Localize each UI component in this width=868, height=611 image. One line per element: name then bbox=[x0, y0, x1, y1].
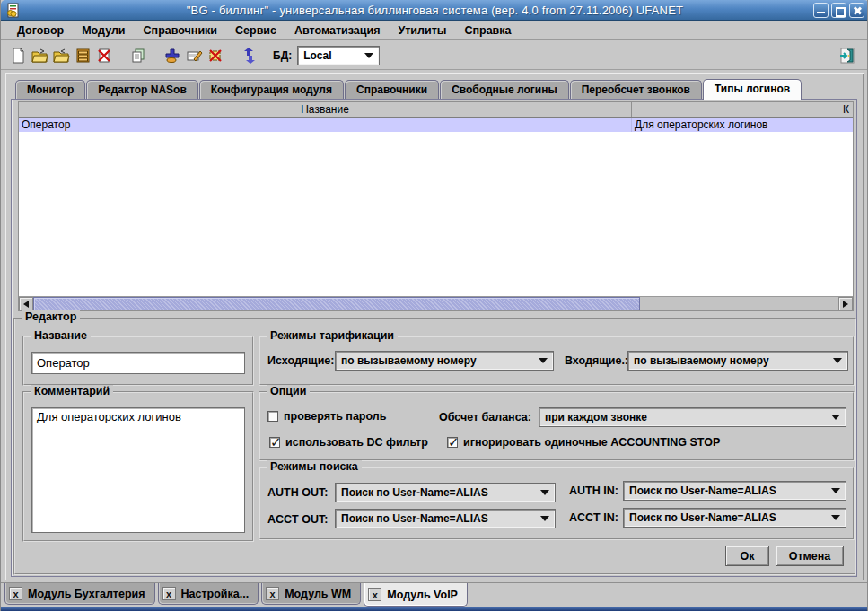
menu-utility[interactable]: Утилиты bbox=[389, 22, 455, 39]
tab-module-config[interactable]: Конфигурация модуля bbox=[199, 80, 344, 100]
table-row[interactable]: Оператор Для операторских логинов bbox=[19, 118, 853, 132]
scroll-right-button[interactable] bbox=[838, 297, 853, 310]
checkbox-icon[interactable] bbox=[267, 411, 278, 422]
ignore-accounting-stop-option[interactable]: игнорировать одиночные ACCOUNTING STOP bbox=[447, 436, 720, 449]
dc-filter-option[interactable]: использовать DC фильтр bbox=[269, 436, 428, 449]
name-input[interactable] bbox=[31, 352, 245, 374]
module-tab-accounting[interactable]: x Модуль Бухгалтерия bbox=[4, 583, 155, 605]
auth-in-select[interactable]: Поиск по User-Name=ALIAS bbox=[623, 481, 846, 501]
checkbox-icon[interactable] bbox=[269, 437, 280, 448]
module-tab-wm[interactable]: x Модуль WM bbox=[261, 583, 361, 605]
maximize-button[interactable] bbox=[831, 3, 846, 18]
exit-door-icon[interactable] bbox=[837, 45, 858, 66]
menu-avtomatizaciya[interactable]: Автоматизация bbox=[285, 22, 389, 39]
balance-label: Обсчет баланса: bbox=[439, 411, 531, 423]
acct-out-select[interactable]: Поиск по User-Name=ALIAS bbox=[335, 509, 556, 528]
window-title: "BG - биллинг" - универсальная биллингов… bbox=[1, 4, 868, 17]
auth-out-label: AUTH OUT: bbox=[267, 486, 328, 499]
chevron-down-icon bbox=[539, 358, 548, 363]
module-tab-voip[interactable]: x Модуль VoIP bbox=[364, 583, 468, 607]
comment-textarea[interactable]: Для операторских логинов bbox=[31, 407, 245, 533]
search-modes-group: Режимы поиска AUTH OUT: Поиск по User-Na… bbox=[259, 467, 855, 540]
open-folder-icon[interactable] bbox=[29, 45, 50, 66]
auth-in-label: AUTH IN: bbox=[569, 484, 618, 497]
balance-select[interactable]: при каждом звонке bbox=[539, 407, 846, 427]
ok-button[interactable]: Ок bbox=[725, 546, 769, 566]
name-group: Название bbox=[22, 336, 254, 386]
column-header-comment[interactable]: К bbox=[632, 102, 853, 117]
column-header-name[interactable]: Название bbox=[19, 102, 632, 117]
edit-record-icon[interactable] bbox=[183, 45, 205, 66]
toolbar: БД: Local bbox=[1, 41, 868, 70]
refresh-icon[interactable] bbox=[239, 45, 260, 66]
outgoing-select[interactable]: по вызываемому номеру bbox=[335, 351, 554, 371]
acct-in-label: ACCT IN: bbox=[569, 511, 618, 524]
chevron-down-icon bbox=[831, 488, 840, 493]
db-label: БД: bbox=[273, 49, 292, 62]
menu-bar: Договор Модули Справочники Сервис Автома… bbox=[1, 22, 868, 40]
minimize-button[interactable] bbox=[813, 3, 829, 18]
incoming-select[interactable]: по вызываемому номеру bbox=[627, 351, 848, 371]
scrollbar-thumb[interactable] bbox=[33, 297, 640, 310]
close-button[interactable] bbox=[849, 3, 864, 18]
options-group: Опции проверять пароль Обсчет баланса: п… bbox=[259, 391, 855, 461]
menu-spravka[interactable]: Справка bbox=[455, 22, 520, 39]
menu-dogovor[interactable]: Договор bbox=[8, 22, 73, 39]
check-password-option[interactable]: проверять пароль bbox=[267, 410, 386, 423]
delete-document-icon[interactable] bbox=[93, 45, 115, 66]
chevron-down-icon bbox=[833, 358, 842, 363]
window-frame-bottom bbox=[1, 607, 868, 611]
chevron-down-icon bbox=[831, 515, 840, 520]
scrollbar-track[interactable] bbox=[640, 297, 838, 310]
delete-record-icon[interactable] bbox=[205, 45, 226, 66]
menu-spravochniki[interactable]: Справочники bbox=[135, 22, 226, 39]
horizontal-scrollbar[interactable] bbox=[19, 296, 853, 310]
module-tab-bar: x Модуль Бухгалтерия x Настройка... x Мо… bbox=[1, 582, 868, 607]
module-voip-panel: Монитор Редактор NASов Конфигурация моду… bbox=[5, 73, 864, 580]
login-types-table: Название К Оператор Для операторских лог… bbox=[18, 101, 854, 311]
module-tabs: Монитор Редактор NASов Конфигурация моду… bbox=[15, 79, 802, 100]
close-tab-icon[interactable]: x bbox=[266, 587, 279, 600]
tab-login-types[interactable]: Типы логинов bbox=[703, 79, 802, 100]
chevron-down-icon bbox=[831, 415, 840, 420]
login-types-content: Название К Оператор Для операторских лог… bbox=[11, 99, 857, 577]
chevron-down-icon bbox=[540, 516, 549, 521]
menu-servis[interactable]: Сервис bbox=[226, 22, 285, 39]
acct-in-select[interactable]: Поиск по User-Name=ALIAS bbox=[623, 508, 846, 528]
open-folder-alt-icon[interactable] bbox=[50, 45, 72, 66]
triangle-right-icon bbox=[843, 301, 848, 308]
triangle-left-icon bbox=[23, 301, 29, 308]
app-billing-icon bbox=[5, 3, 21, 18]
chevron-down-icon bbox=[540, 490, 549, 495]
tab-monitor[interactable]: Монитор bbox=[15, 80, 85, 100]
menu-moduli[interactable]: Модули bbox=[73, 22, 134, 39]
copy-icon[interactable] bbox=[127, 45, 149, 66]
incoming-label: Входящие.: bbox=[565, 354, 628, 367]
cancel-button[interactable]: Отмена bbox=[776, 546, 844, 566]
tab-free-logins[interactable]: Свободные логины bbox=[440, 80, 569, 100]
outgoing-label: Исходящие: bbox=[267, 354, 334, 367]
table-header: Название К bbox=[19, 102, 853, 118]
application-window: "BG - биллинг" - универсальная биллингов… bbox=[0, 0, 868, 611]
db-select[interactable]: Local bbox=[297, 46, 380, 65]
new-document-icon[interactable] bbox=[7, 45, 29, 66]
scroll-left-button[interactable] bbox=[19, 297, 33, 310]
close-tab-icon[interactable]: x bbox=[162, 587, 176, 600]
auth-out-select[interactable]: Поиск по User-Name=ALIAS bbox=[335, 483, 556, 502]
title-bar: "BG - биллинг" - универсальная биллингов… bbox=[1, 0, 868, 21]
comment-group: Комментарий Для операторских логинов bbox=[22, 391, 254, 542]
tariff-modes-group: Режимы тарификации Исходящие: по вызывае… bbox=[259, 336, 855, 386]
acct-out-label: ACCT OUT: bbox=[267, 513, 328, 526]
close-tab-icon[interactable]: x bbox=[368, 588, 381, 601]
table-empty-area bbox=[19, 132, 853, 296]
tab-nas-editor[interactable]: Редактор NASов bbox=[86, 80, 197, 100]
add-record-icon[interactable] bbox=[162, 45, 183, 66]
editor-group: Редактор Название Комментарий Для операт… bbox=[13, 318, 856, 575]
chevron-down-icon bbox=[364, 53, 373, 58]
tab-directories[interactable]: Справочники bbox=[345, 80, 439, 100]
module-tab-settings[interactable]: x Настройка... bbox=[158, 583, 259, 605]
checkbox-icon[interactable] bbox=[447, 437, 458, 448]
close-tab-icon[interactable]: x bbox=[9, 587, 22, 600]
tab-recalc-calls[interactable]: Переобсчет звонков bbox=[570, 80, 702, 100]
archive-drawers-icon[interactable] bbox=[72, 45, 93, 66]
